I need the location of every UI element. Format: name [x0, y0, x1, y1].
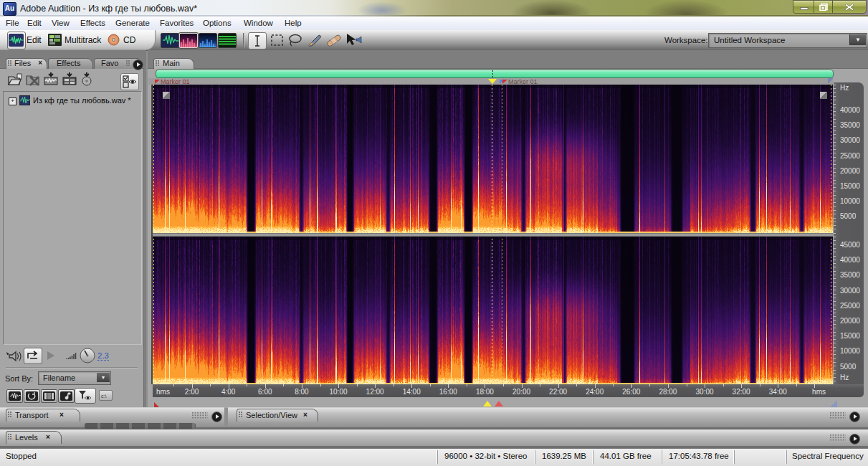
svg-text:c:\: c:\: [101, 394, 106, 399]
